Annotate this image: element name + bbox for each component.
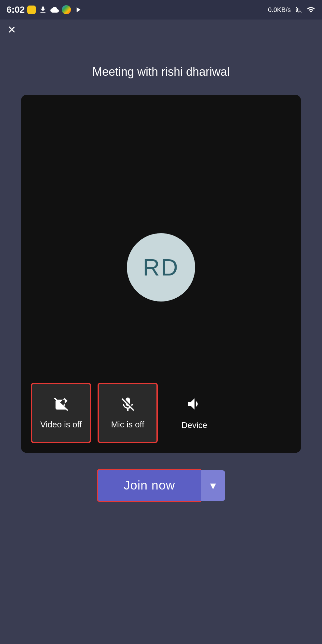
close-button[interactable]: × — [8, 23, 16, 36]
avatar-initials: RD — [143, 254, 179, 281]
status-bar-right: 0.0KB/s — [268, 5, 315, 14]
play-icon — [74, 5, 83, 14]
signal-icon — [306, 5, 315, 14]
status-time: 6:02 — [7, 5, 25, 15]
video-preview: RD Video is off Mic is off — [21, 95, 301, 453]
join-now-button[interactable]: Join now — [97, 469, 201, 502]
status-bar-left: 6:02 — [7, 5, 83, 15]
video-toggle-button[interactable]: Video is off — [31, 383, 91, 443]
meeting-title: Meeting with rishi dhariwal — [0, 65, 322, 79]
controls-row: Video is off Mic is off Device — [21, 376, 301, 453]
bell-slash-icon — [294, 5, 303, 14]
download-icon — [38, 5, 47, 14]
notification-icon — [27, 6, 36, 14]
avatar: RD — [127, 233, 195, 302]
video-inner: RD Video is off Mic is off — [21, 95, 301, 453]
mic-toggle-button[interactable]: Mic is off — [98, 383, 158, 443]
video-btn-label: Video is off — [40, 420, 82, 430]
device-btn-label: Device — [181, 420, 207, 430]
video-off-icon — [53, 396, 70, 416]
mic-off-icon — [119, 396, 136, 416]
status-bar: 6:02 0.0KB/s — [0, 0, 322, 20]
join-chevron-button[interactable]: ▾ — [201, 470, 225, 501]
device-button[interactable]: Device — [164, 383, 224, 443]
chevron-down-icon: ▾ — [210, 479, 216, 492]
maps-icon — [62, 5, 71, 14]
network-speed: 0.0KB/s — [268, 6, 291, 14]
mic-btn-label: Mic is off — [111, 420, 144, 430]
join-area: Join now ▾ — [0, 469, 322, 502]
speaker-icon — [186, 396, 203, 416]
cloud-icon — [50, 5, 59, 14]
